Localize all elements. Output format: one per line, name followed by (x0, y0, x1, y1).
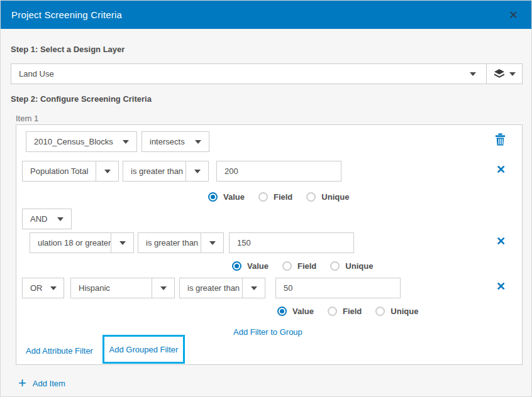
filter2-value-input[interactable] (229, 232, 354, 253)
group-logic-select[interactable]: AND (22, 209, 72, 229)
filter1-operator-select[interactable]: is greater than (123, 161, 209, 182)
chevron-down-icon (96, 161, 118, 181)
radio-value-label: Value (223, 192, 245, 202)
chevron-down-icon (50, 286, 57, 290)
filter3-field-select[interactable]: Hispanic (70, 278, 175, 298)
step2-label: Step 2: Configure Screening Criteria (11, 94, 152, 104)
layer-options-button[interactable] (486, 64, 522, 84)
chevron-down-icon (111, 233, 133, 253)
chevron-down-icon (57, 217, 64, 221)
radio-value-label: Value (292, 307, 314, 316)
filter3-value-input[interactable] (275, 278, 401, 298)
radio-value-selected[interactable] (277, 307, 287, 316)
filter3-logic-select[interactable]: OR (22, 278, 64, 298)
radio-unique-label: Unique (321, 192, 349, 202)
filter2-field-select[interactable]: ulation 18 or greater (30, 232, 134, 253)
chevron-down-icon (242, 278, 265, 298)
group-logic-value: AND (30, 214, 47, 224)
project-screening-criteria-dialog: Project Screening Criteria ✕ Step 1: Sel… (0, 0, 532, 397)
radio-value-selected[interactable] (208, 192, 218, 202)
filter1-value-input[interactable] (216, 161, 341, 182)
remove-filter2-icon[interactable]: ✕ (496, 236, 506, 247)
filter3-operator-value: is greater than (180, 278, 242, 298)
step1-label: Step 1: Select a Design Layer (11, 45, 125, 54)
spatial-operator-value: intersects (150, 137, 185, 146)
radio-unique-label: Unique (391, 307, 418, 316)
add-item-label: Add Item (33, 379, 65, 388)
delete-item-button[interactable] (495, 133, 506, 148)
chevron-down-icon (152, 278, 174, 298)
target-layer-value: 2010_Census_Blocks (34, 137, 113, 146)
add-attribute-filter-link[interactable]: Add Attribute Filter (26, 346, 93, 356)
design-layer-value: Land Use (11, 69, 470, 79)
trash-icon (495, 133, 506, 146)
radio-field[interactable] (328, 307, 337, 316)
filter2-mode-radio-group: Value Field Unique (232, 261, 387, 271)
target-layer-select[interactable]: 2010_Census_Blocks (26, 131, 137, 152)
filter1-field-select[interactable]: Population Total (22, 161, 119, 182)
chevron-down-icon (123, 140, 129, 144)
radio-unique[interactable] (375, 307, 385, 316)
filter1-field-value: Population Total (23, 161, 96, 181)
dialog-header: Project Screening Criteria ✕ (1, 1, 531, 29)
filter1-mode-radio-group: Value Field Unique (208, 192, 363, 202)
filter2-operator-value: is greater than (138, 233, 201, 253)
add-grouped-filter-highlight-box: Add Grouped Filter (103, 335, 185, 364)
chevron-down-icon (509, 72, 516, 76)
spatial-operator-select[interactable]: intersects (141, 131, 209, 152)
remove-filter3-icon[interactable]: ✕ (496, 281, 506, 292)
layers-icon (494, 69, 505, 79)
remove-filter1-icon[interactable]: ✕ (496, 164, 506, 175)
filter2-operator-select[interactable]: is greater than (138, 232, 224, 253)
radio-field-label: Field (274, 192, 292, 202)
close-icon[interactable]: ✕ (506, 8, 521, 22)
add-grouped-filter-link[interactable]: Add Grouped Filter (109, 345, 179, 354)
radio-unique-label: Unique (345, 261, 373, 271)
design-layer-select[interactable]: Land Use (11, 63, 523, 84)
radio-field[interactable] (258, 192, 268, 202)
item1-panel: 2010_Census_Blocks intersects Population… (16, 124, 523, 365)
radio-value-label: Value (247, 261, 269, 271)
add-filter-to-group-link[interactable]: Add Filter to Group (233, 327, 302, 337)
radio-value-selected[interactable] (232, 261, 241, 271)
chevron-down-icon (470, 72, 476, 76)
chevron-down-icon (186, 161, 208, 181)
add-item-button[interactable]: + Add Item (18, 378, 65, 389)
filter3-operator-select[interactable]: is greater than (179, 278, 265, 298)
radio-unique[interactable] (306, 192, 316, 202)
radio-field[interactable] (282, 261, 292, 271)
chevron-down-icon (201, 233, 223, 253)
radio-field-label: Field (297, 261, 316, 271)
radio-field-label: Field (343, 307, 362, 316)
dialog-title: Project Screening Criteria (11, 9, 506, 20)
radio-unique[interactable] (330, 261, 340, 271)
filter2-field-value: ulation 18 or greater (30, 233, 111, 253)
filter3-mode-radio-group: Value Field Unique (277, 306, 432, 316)
filter3-logic-value: OR (30, 283, 43, 293)
filter3-field-value: Hispanic (71, 278, 152, 298)
chevron-down-icon (195, 140, 201, 144)
plus-icon: + (18, 378, 26, 389)
item-label: Item 1 (16, 114, 38, 123)
filter1-operator-value: is greater than (123, 161, 186, 181)
